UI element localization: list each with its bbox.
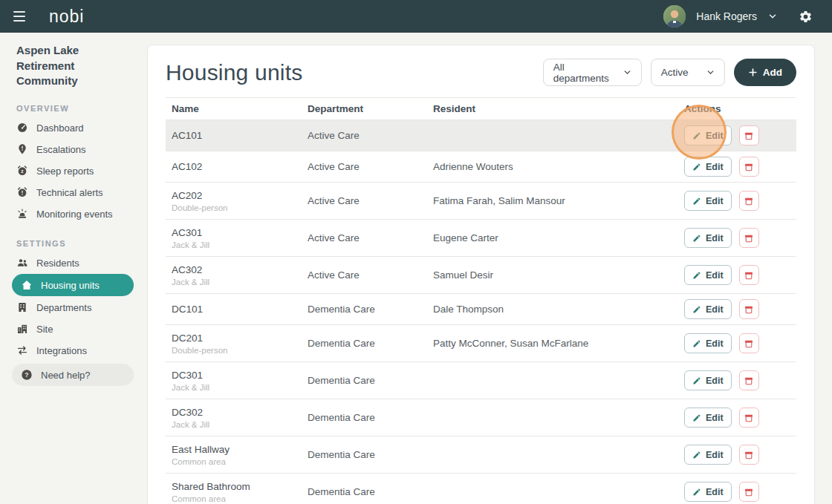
sidebar-item[interactable]: Departments — [12, 297, 134, 318]
archive-icon — [744, 450, 754, 460]
pencil-icon — [692, 305, 701, 314]
edit-button[interactable]: Edit — [684, 191, 732, 211]
unit-department: Active Care — [308, 161, 433, 172]
archive-button[interactable] — [739, 482, 759, 502]
unit-subtitle: Common area — [172, 494, 308, 503]
unit-name: DC302 — [172, 407, 308, 418]
sidebar-item[interactable]: z Sleep reports — [12, 160, 134, 181]
archive-icon — [744, 162, 754, 172]
edit-button-label: Edit — [706, 162, 724, 172]
sidebar-item-label: Technical alerts — [36, 187, 103, 198]
sidebar-item[interactable]: Residents — [12, 252, 134, 273]
edit-button[interactable]: Edit — [684, 408, 732, 428]
chevron-down-icon — [623, 68, 632, 77]
unit-name: East Hallway — [172, 444, 308, 455]
menu-icon[interactable] — [12, 10, 27, 22]
edit-button[interactable]: Edit — [684, 157, 732, 177]
unit-department: Active Care — [308, 269, 433, 281]
table-header-row: Name Department Resident Actions — [166, 97, 796, 120]
edit-button[interactable]: Edit — [684, 482, 732, 502]
gear-icon[interactable] — [799, 10, 813, 24]
table-row: DC101 Dementia Care Dale Thompson — [166, 294, 796, 325]
add-button[interactable]: Add — [734, 59, 796, 86]
overview-nav: Dashboard Escalations z Sleep reports Te… — [12, 117, 134, 224]
edit-button-label: Edit — [706, 338, 724, 349]
sidebar-item-icon — [16, 301, 28, 313]
need-help-button[interactable]: ? Need help? — [12, 364, 134, 386]
table-row: East Hallway Common area Dementia Care — [166, 436, 796, 474]
archive-button[interactable] — [739, 370, 759, 390]
edit-button[interactable]: Edit — [684, 370, 732, 390]
table-row: Shared Bathroom Common area Dementia Car… — [166, 474, 796, 504]
table-row: AC102 Active Care Adrienne Wouters — [166, 151, 796, 183]
sidebar-item-label: Dashboard — [36, 122, 84, 134]
chevron-down-icon[interactable] — [767, 11, 778, 22]
pencil-icon — [692, 197, 701, 206]
edit-button[interactable]: Edit — [684, 445, 732, 465]
sidebar-item[interactable]: Dashboard — [12, 117, 134, 138]
edit-button[interactable]: Edit — [684, 299, 732, 319]
chevron-down-icon — [706, 68, 715, 77]
column-header-actions: Actions — [684, 103, 790, 114]
edit-button-label: Edit — [706, 487, 724, 497]
pencil-icon — [692, 271, 701, 280]
sidebar-item[interactable]: Site — [12, 318, 134, 339]
pencil-icon — [692, 488, 701, 497]
unit-department: Active Care — [308, 232, 433, 243]
pencil-icon — [692, 131, 701, 140]
archive-button[interactable] — [739, 157, 759, 177]
main-content: Housing units All departments Active — [147, 33, 832, 504]
archive-icon — [744, 304, 754, 315]
sidebar-item[interactable]: Housing units — [12, 274, 134, 296]
sidebar-item-icon — [16, 122, 28, 134]
edit-button[interactable]: Edit — [684, 333, 732, 353]
archive-icon — [744, 338, 754, 349]
unit-department: Dementia Care — [308, 486, 433, 497]
unit-name: AC301 — [172, 227, 308, 238]
archive-button[interactable] — [739, 299, 759, 319]
table-row: DC201 Double-person Dementia Care Patty … — [166, 325, 796, 362]
sidebar-item[interactable]: Monitoring events — [12, 203, 134, 224]
svg-text:?: ? — [25, 371, 28, 379]
unit-name: Shared Bathroom — [172, 481, 308, 492]
housing-units-card: Housing units All departments Active — [147, 45, 815, 504]
unit-resident: Fatima Farah, Salim Mansour — [433, 195, 684, 206]
unit-name: AC102 — [172, 161, 308, 172]
unit-resident: Dale Thompson — [433, 304, 684, 315]
pencil-icon — [692, 451, 701, 459]
edit-button[interactable]: Edit — [684, 265, 732, 285]
table-row: DC302 Jack & Jill Dementia Care — [166, 399, 796, 436]
user-avatar[interactable] — [663, 5, 686, 27]
edit-button[interactable]: Edit — [684, 125, 732, 145]
sidebar-item[interactable]: Technical alerts — [12, 182, 134, 203]
add-button-label: Add — [763, 67, 782, 78]
edit-button-label: Edit — [706, 376, 724, 386]
archive-button[interactable] — [739, 333, 759, 353]
archive-button[interactable] — [739, 125, 759, 145]
sidebar-item[interactable]: Integrations — [12, 340, 134, 361]
page-title: Housing units — [166, 60, 302, 85]
archive-button[interactable] — [739, 228, 759, 248]
sidebar-item[interactable]: Escalations — [12, 139, 134, 160]
user-name: Hank Rogers — [696, 10, 757, 22]
status-filter-select[interactable]: Active — [651, 59, 725, 86]
archive-button[interactable] — [739, 265, 759, 285]
unit-resident: Samuel Desir — [433, 269, 684, 281]
unit-name: AC302 — [172, 264, 308, 275]
sidebar-item-label: Departments — [36, 302, 91, 313]
archive-button[interactable] — [739, 445, 759, 465]
department-filter-select[interactable]: All departments — [543, 59, 642, 86]
edit-button-label: Edit — [706, 450, 724, 460]
sidebar-item-label: Escalations — [36, 144, 85, 155]
edit-button[interactable]: Edit — [684, 228, 732, 248]
unit-resident: Eugene Carter — [433, 232, 684, 243]
edit-button-label: Edit — [706, 413, 724, 423]
archive-button[interactable] — [739, 408, 759, 428]
table-row: AC301 Jack & Jill Active Care Eugene Car… — [166, 220, 796, 257]
table-body: AC101 Active Care Edit — [166, 120, 796, 504]
sidebar-item-icon — [16, 143, 28, 155]
archive-icon — [744, 376, 754, 386]
archive-button[interactable] — [739, 191, 759, 211]
unit-subtitle: Jack & Jill — [172, 240, 308, 249]
unit-department: Dementia Care — [308, 412, 433, 423]
